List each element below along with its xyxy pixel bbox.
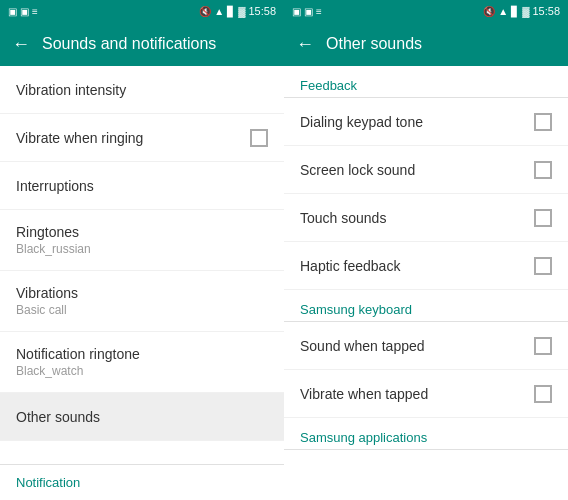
- right-status-icon-1: ▣: [292, 6, 301, 17]
- menu-item-sound-when-tapped[interactable]: Sound when tapped: [284, 322, 568, 370]
- left-content: Vibration intensity Vibrate when ringing…: [0, 66, 284, 464]
- right-signal-icon: ▊: [511, 6, 519, 17]
- dialing-keypad-tone-checkbox[interactable]: [534, 113, 552, 131]
- volume-icon: 🔇: [199, 6, 211, 17]
- status-icon-1: ▣: [8, 6, 17, 17]
- interruptions-text: Interruptions: [16, 178, 94, 194]
- right-time: 15:58: [532, 5, 560, 17]
- right-status-bar: ▣ ▣ ≡ 🔇 ▲ ▊ ▓ 15:58: [284, 0, 568, 22]
- other-sounds-text: Other sounds: [16, 409, 100, 425]
- left-status-icons: ▣ ▣ ≡: [8, 6, 38, 17]
- sound-when-tapped-title: Sound when tapped: [300, 338, 425, 354]
- status-icon-2: ▣: [20, 6, 29, 17]
- right-panel: ▣ ▣ ≡ 🔇 ▲ ▊ ▓ 15:58 ← Other sounds Feedb…: [284, 0, 568, 500]
- divider-3: [284, 449, 568, 450]
- left-status-bar: ▣ ▣ ≡ 🔇 ▲ ▊ ▓ 15:58: [0, 0, 284, 22]
- left-bottom-nav: Notification: [0, 464, 284, 500]
- right-wifi-icon: ▲: [498, 6, 508, 17]
- touch-sounds-checkbox[interactable]: [534, 209, 552, 227]
- right-content: Feedback Dialing keypad tone Screen lock…: [284, 66, 568, 500]
- menu-item-screen-lock-sound[interactable]: Screen lock sound: [284, 146, 568, 194]
- notification-ringtone-text: Notification ringtone Black_watch: [16, 346, 140, 378]
- ringtones-text: Ringtones Black_russian: [16, 224, 91, 256]
- left-panel: ▣ ▣ ≡ 🔇 ▲ ▊ ▓ 15:58 ← Sounds and notific…: [0, 0, 284, 500]
- notification-ringtone-title: Notification ringtone: [16, 346, 140, 362]
- dialing-keypad-tone-title: Dialing keypad tone: [300, 114, 423, 130]
- vibrate-ringing-title: Vibrate when ringing: [16, 130, 143, 146]
- vibration-intensity-text: Vibration intensity: [16, 82, 126, 98]
- menu-item-vibration-intensity[interactable]: Vibration intensity: [0, 66, 284, 114]
- right-back-button[interactable]: ←: [296, 34, 314, 55]
- haptic-feedback-checkbox[interactable]: [534, 257, 552, 275]
- menu-item-vibrations[interactable]: Vibrations Basic call: [0, 271, 284, 332]
- right-status-icons: ▣ ▣ ≡: [292, 6, 322, 17]
- haptic-feedback-title: Haptic feedback: [300, 258, 400, 274]
- feedback-section-label: Feedback: [284, 66, 568, 97]
- right-status-icon-2: ▣: [304, 6, 313, 17]
- left-toolbar: ← Sounds and notifications: [0, 22, 284, 66]
- wifi-icon: ▲: [214, 6, 224, 17]
- status-icon-3: ≡: [32, 6, 38, 17]
- interruptions-title: Interruptions: [16, 178, 94, 194]
- menu-item-vibrate-when-ringing[interactable]: Vibrate when ringing: [0, 114, 284, 162]
- screen-lock-sound-checkbox[interactable]: [534, 161, 552, 179]
- right-toolbar: ← Other sounds: [284, 22, 568, 66]
- vibrate-ringing-text: Vibrate when ringing: [16, 130, 143, 146]
- menu-item-dialing-keypad-tone[interactable]: Dialing keypad tone: [284, 98, 568, 146]
- menu-item-other-sounds[interactable]: Other sounds: [0, 393, 284, 441]
- menu-item-haptic-feedback[interactable]: Haptic feedback: [284, 242, 568, 290]
- vibrations-title: Vibrations: [16, 285, 78, 301]
- battery-icon: ▓: [238, 6, 245, 17]
- samsung-keyboard-section-label: Samsung keyboard: [284, 290, 568, 321]
- left-time: 15:58: [248, 5, 276, 17]
- vibrate-when-tapped-checkbox[interactable]: [534, 385, 552, 403]
- vibrations-text: Vibrations Basic call: [16, 285, 78, 317]
- sound-when-tapped-checkbox[interactable]: [534, 337, 552, 355]
- right-volume-icon: 🔇: [483, 6, 495, 17]
- notification-nav-item[interactable]: Notification: [16, 475, 80, 490]
- menu-item-vibrate-when-tapped[interactable]: Vibrate when tapped: [284, 370, 568, 418]
- other-sounds-title: Other sounds: [16, 409, 100, 425]
- screen-lock-sound-title: Screen lock sound: [300, 162, 415, 178]
- ringtones-title: Ringtones: [16, 224, 91, 240]
- vibrate-when-tapped-title: Vibrate when tapped: [300, 386, 428, 402]
- notification-ringtone-subtitle: Black_watch: [16, 364, 140, 378]
- left-toolbar-title: Sounds and notifications: [42, 35, 216, 53]
- menu-item-touch-sounds[interactable]: Touch sounds: [284, 194, 568, 242]
- samsung-applications-section-label: Samsung applications: [284, 418, 568, 449]
- touch-sounds-title: Touch sounds: [300, 210, 386, 226]
- left-status-right: 🔇 ▲ ▊ ▓ 15:58: [199, 5, 276, 17]
- signal-icon: ▊: [227, 6, 235, 17]
- vibrate-ringing-checkbox[interactable]: [250, 129, 268, 147]
- left-back-button[interactable]: ←: [12, 34, 30, 55]
- menu-item-ringtones[interactable]: Ringtones Black_russian: [0, 210, 284, 271]
- right-battery-icon: ▓: [522, 6, 529, 17]
- right-toolbar-title: Other sounds: [326, 35, 422, 53]
- vibrations-subtitle: Basic call: [16, 303, 78, 317]
- menu-item-interruptions[interactable]: Interruptions: [0, 162, 284, 210]
- right-status-right: 🔇 ▲ ▊ ▓ 15:58: [483, 5, 560, 17]
- right-status-icon-3: ≡: [316, 6, 322, 17]
- vibration-intensity-title: Vibration intensity: [16, 82, 126, 98]
- ringtones-subtitle: Black_russian: [16, 242, 91, 256]
- menu-item-notification-ringtone[interactable]: Notification ringtone Black_watch: [0, 332, 284, 393]
